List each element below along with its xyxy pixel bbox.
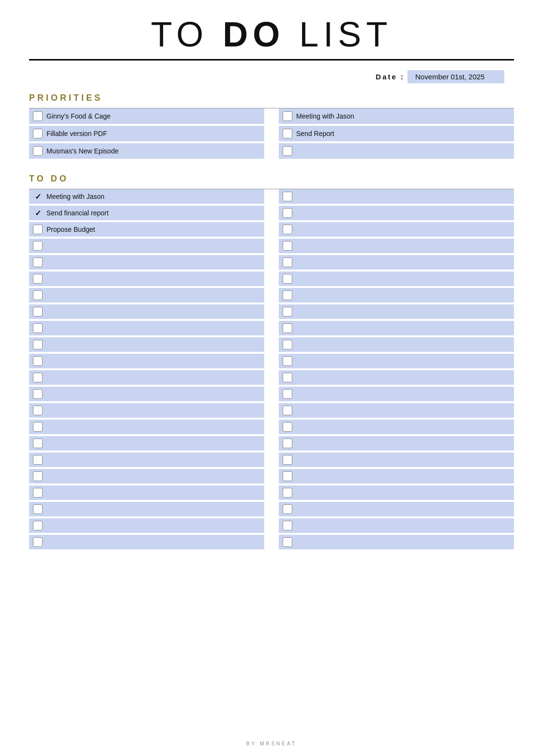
todo-row <box>279 535 514 550</box>
todo-checkbox[interactable] <box>33 274 43 284</box>
todo-checkbox[interactable] <box>283 406 292 415</box>
todo-row <box>29 321 264 336</box>
todo-row <box>279 420 514 435</box>
todo-checkbox[interactable] <box>283 438 292 448</box>
todo-checkbox[interactable] <box>33 389 43 399</box>
todo-row <box>279 255 514 270</box>
todo-checkbox[interactable] <box>33 356 43 366</box>
priority-item-2: Fillable version PDF <box>46 130 107 137</box>
todo-checkbox[interactable] <box>33 340 43 349</box>
todo-row <box>279 436 514 451</box>
date-label: Date : <box>376 73 405 81</box>
todo-checkbox[interactable] <box>283 373 292 382</box>
todo-checkbox[interactable] <box>33 488 43 498</box>
todo-checkbox-r3[interactable] <box>283 225 292 234</box>
todo-row <box>279 403 514 418</box>
todo-item-1: Meeting with Jason <box>46 193 105 200</box>
todo-checkbox[interactable] <box>33 241 43 251</box>
todo-checkbox[interactable] <box>283 274 292 284</box>
todo-grid: ✓ Meeting with Jason ✓ Send financial re… <box>29 189 514 550</box>
todo-checkbox[interactable] <box>283 521 292 530</box>
todo-checkbox[interactable] <box>33 471 43 481</box>
todo-checkbox[interactable] <box>33 290 43 300</box>
priorities-header: PRIORITIES <box>29 93 514 103</box>
todo-checkbox[interactable] <box>283 504 292 514</box>
todo-checkbox[interactable] <box>283 241 292 251</box>
todo-row <box>29 239 264 254</box>
todo-row <box>279 304 514 319</box>
todo-item-3: Propose Budget <box>46 226 95 233</box>
todo-row: Propose Budget <box>29 222 264 237</box>
todo-row: ✓ Send financial report <box>29 206 264 221</box>
title-part1: TO <box>151 15 223 54</box>
todo-checkbox[interactable] <box>33 521 43 530</box>
priority-row <box>279 143 514 159</box>
todo-checkbox[interactable] <box>33 307 43 317</box>
todo-checkbox[interactable] <box>33 455 43 465</box>
todo-row <box>279 337 514 352</box>
todo-section: TO DO ✓ Meeting with Jason ✓ Send financ… <box>29 174 514 550</box>
todo-row <box>29 387 264 402</box>
page: TO DO LIST Date : November 01st, 2025 PR… <box>0 0 543 756</box>
todo-row <box>279 272 514 287</box>
todo-checkbox[interactable] <box>283 537 292 547</box>
todo-checkbox[interactable] <box>33 323 43 333</box>
todo-row <box>279 288 514 303</box>
priority-checkbox-5[interactable] <box>283 129 292 138</box>
todo-row: ✓ Meeting with Jason <box>29 189 264 204</box>
priority-checkbox-6[interactable] <box>283 146 292 156</box>
checkmark-icon: ✓ <box>33 192 43 201</box>
todo-checkbox[interactable] <box>283 471 292 481</box>
todo-checkbox[interactable] <box>33 504 43 514</box>
todo-row <box>279 387 514 402</box>
todo-checkbox-3[interactable] <box>33 225 43 234</box>
priority-checkbox-3[interactable] <box>33 146 43 156</box>
footer: BY MRSNEAT <box>0 741 543 746</box>
todo-row <box>29 502 264 517</box>
todo-checkbox[interactable] <box>33 373 43 382</box>
footer-text: BY MRSNEAT <box>246 741 297 746</box>
priority-item-4: Meeting with Jason <box>296 112 354 120</box>
todo-row <box>279 189 514 204</box>
priority-row: Ginny's Food & Cage <box>29 108 264 124</box>
todo-item-2: Send financial report <box>46 209 108 217</box>
todo-checkbox[interactable] <box>283 488 292 498</box>
todo-checkbox[interactable] <box>283 422 292 432</box>
todo-row <box>29 420 264 435</box>
date-area: Date : November 01st, 2025 <box>29 70 514 83</box>
todo-checkbox[interactable] <box>283 290 292 300</box>
todo-checkbox[interactable] <box>283 307 292 317</box>
todo-row <box>279 485 514 500</box>
date-value: November 01st, 2025 <box>407 70 504 83</box>
todo-row <box>279 370 514 385</box>
todo-checkbox[interactable] <box>33 422 43 432</box>
todo-checkbox[interactable] <box>283 389 292 399</box>
priority-checkbox-1[interactable] <box>33 111 43 121</box>
todo-checkbox[interactable] <box>283 257 292 267</box>
todo-checkbox[interactable] <box>283 340 292 349</box>
todo-checkbox[interactable] <box>283 356 292 366</box>
todo-checkbox[interactable] <box>33 537 43 547</box>
priority-row: Musmas's New Episode <box>29 143 264 159</box>
todo-checkbox-r1[interactable] <box>283 192 292 201</box>
todo-checkbox[interactable] <box>283 323 292 333</box>
todo-row <box>29 518 264 533</box>
priority-item-1: Ginny's Food & Cage <box>46 112 111 120</box>
todo-row <box>29 370 264 385</box>
title-part2: DO <box>223 15 285 54</box>
priority-checkbox-2[interactable] <box>33 129 43 138</box>
priority-item-3: Musmas's New Episode <box>46 147 119 155</box>
todo-checkbox[interactable] <box>283 455 292 465</box>
todo-checkbox[interactable] <box>33 406 43 415</box>
todo-row <box>29 337 264 352</box>
todo-checkbox[interactable] <box>33 438 43 448</box>
priority-checkbox-4[interactable] <box>283 111 292 121</box>
todo-checkbox[interactable] <box>33 257 43 267</box>
priority-row: Send Report <box>279 126 514 142</box>
todo-row <box>279 239 514 254</box>
todo-row <box>279 206 514 221</box>
todo-checkbox-r2[interactable] <box>283 208 292 218</box>
title-area: TO DO LIST <box>29 0 514 60</box>
todo-row <box>279 453 514 468</box>
priority-row: Fillable version PDF <box>29 126 264 142</box>
